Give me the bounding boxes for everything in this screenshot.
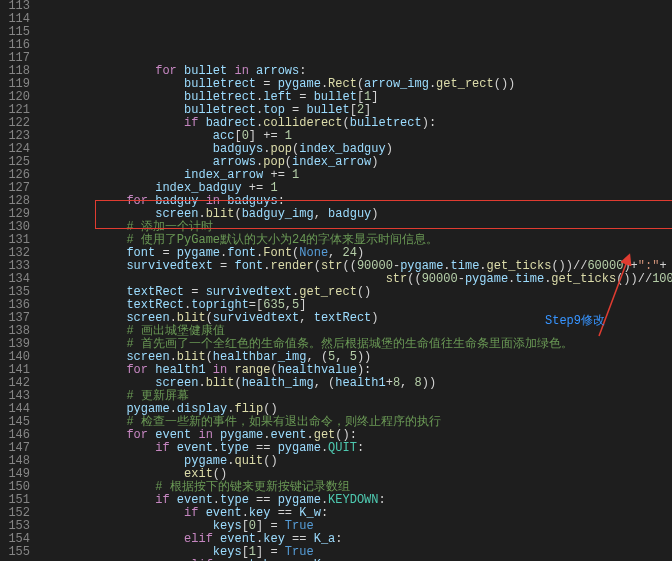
code-area[interactable]: Step9修改 for bullet in arrows: bulletrect… [40, 0, 672, 561]
code-editor[interactable]: 1131141151161171181191201211221231241251… [0, 0, 672, 561]
line-number: 155 [6, 546, 30, 559]
line-number-gutter: 1131141151161171181191201211221231241251… [0, 0, 40, 561]
